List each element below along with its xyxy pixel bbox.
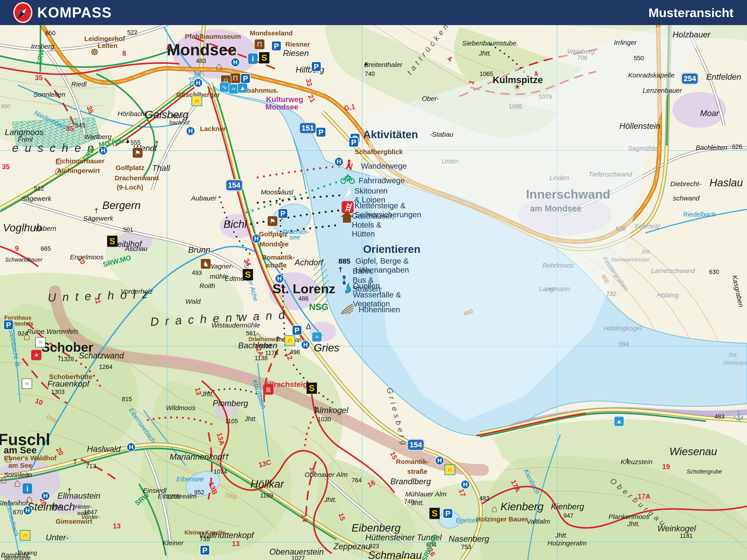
compass-icon: [14, 2, 32, 23]
header-bar: KOMPASS Musteransicht: [0, 0, 747, 25]
kompass-logo: KOMPASS: [14, 2, 112, 23]
page-title: Musteransicht: [648, 5, 733, 20]
map-graphics: [0, 0, 747, 560]
brand-name: KOMPASS: [37, 4, 112, 21]
topographic-map: Mondsee483St. Lorenz486Fuschlam SeeSchob…: [0, 0, 747, 560]
